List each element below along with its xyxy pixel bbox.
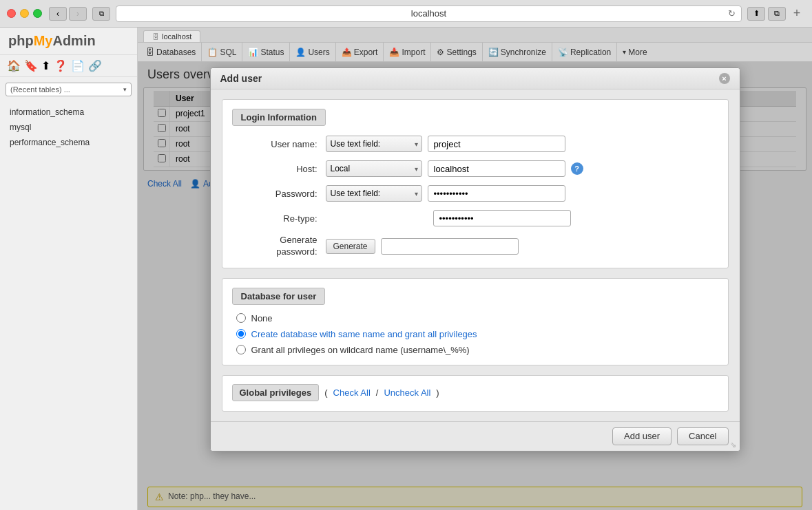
- username-type-select[interactable]: Use text field:: [326, 136, 422, 152]
- tab-replication[interactable]: 📡 Replication: [552, 43, 617, 61]
- tab-users[interactable]: 👤 Users: [290, 43, 335, 61]
- traffic-light-red[interactable]: [7, 9, 16, 18]
- help-icon[interactable]: ❓: [54, 59, 67, 72]
- share-btn[interactable]: ⬆: [747, 7, 765, 21]
- modal-body: Login Information User name: U: [211, 89, 740, 421]
- sidebar-item-mysql[interactable]: mysql: [0, 120, 137, 135]
- window-mode-btn[interactable]: ⧉: [92, 7, 110, 21]
- host-row: Host: Local ▾: [236, 160, 714, 177]
- retype-label: Re-type:: [236, 213, 326, 224]
- host-help-icon[interactable]: ?: [571, 162, 583, 175]
- tab-more[interactable]: ▾ More: [617, 43, 652, 61]
- home-icon[interactable]: 🏠: [7, 59, 21, 72]
- refresh-icon[interactable]: ↻: [728, 8, 736, 19]
- address-bar[interactable]: localhost ↻: [116, 6, 742, 22]
- settings-icon: ⚙: [437, 47, 444, 57]
- tab-export[interactable]: 📤 Export: [336, 43, 384, 61]
- check-all-link[interactable]: Check All: [333, 387, 371, 398]
- sidebar-logo: phpMyAdmin: [0, 28, 137, 55]
- chevron-down-icon: ▾: [123, 86, 127, 93]
- url-text: localhost: [411, 8, 446, 19]
- doc-icon[interactable]: 📄: [71, 59, 85, 72]
- main-content: 🗄 localhost 🗄 Databases 📋 SQL 📊 Status 👤…: [138, 28, 812, 510]
- password-input[interactable]: [428, 185, 565, 202]
- traffic-light-yellow[interactable]: [20, 9, 29, 18]
- generate-label: Generatepassword:: [236, 235, 326, 258]
- tab-import[interactable]: 📥 Import: [384, 43, 431, 61]
- nav-back-btn[interactable]: ‹: [49, 7, 67, 21]
- username-input[interactable]: [428, 136, 565, 152]
- password-type-select[interactable]: Use text field:: [326, 185, 422, 202]
- password-label: Password:: [236, 189, 326, 199]
- login-info-section: Login Information User name: U: [222, 99, 729, 268]
- status-icon: 📊: [248, 47, 258, 57]
- sync-icon: 🔄: [488, 47, 499, 57]
- upload-icon[interactable]: ⬆: [41, 59, 50, 72]
- import-icon: 📥: [389, 47, 399, 57]
- nav-forward-btn[interactable]: ›: [69, 7, 87, 21]
- radio-none-input[interactable]: [236, 313, 246, 323]
- traffic-lights: [7, 9, 42, 18]
- check-all-text: (: [324, 387, 327, 398]
- generate-password-row: Generatepassword: Generate: [236, 235, 714, 258]
- cancel-btn[interactable]: Cancel: [677, 427, 728, 445]
- add-user-btn[interactable]: Add user: [612, 427, 672, 445]
- traffic-light-green[interactable]: [33, 9, 42, 18]
- sql-icon: 📋: [207, 47, 218, 57]
- tab-databases[interactable]: 🗄 Databases: [140, 43, 202, 61]
- db-selector[interactable]: (Recent tables) ... ▾: [6, 83, 132, 96]
- bookmark-icon[interactable]: 🔖: [24, 59, 38, 72]
- app-container: phpMyAdmin 🏠 🔖 ⬆ ❓ 📄 🔗 (Recent tables) .…: [0, 28, 812, 510]
- logo-admin: Admin: [52, 33, 95, 48]
- new-tab-btn[interactable]: +: [789, 6, 805, 22]
- radio-wildcard[interactable]: Grant all privileges on wildcard name (u…: [236, 345, 714, 355]
- more-icon: ▾: [623, 48, 626, 56]
- username-label: User name:: [236, 139, 326, 149]
- tab-status[interactable]: 📊 Status: [242, 43, 290, 61]
- tab-db-icon: 🗄: [152, 33, 159, 41]
- radio-create-db[interactable]: Create database with same name and grant…: [236, 329, 714, 339]
- window-btn[interactable]: ⧉: [768, 7, 786, 21]
- radio-wildcard-input[interactable]: [236, 345, 246, 354]
- tab-synchronize[interactable]: 🔄 Synchronize: [483, 43, 552, 61]
- tab-settings[interactable]: ⚙ Settings: [431, 43, 482, 61]
- username-row: User name: Use text field: ▾: [236, 136, 714, 152]
- sidebar-item-performance-schema[interactable]: performance_schema: [0, 135, 137, 150]
- replication-icon: 📡: [558, 47, 568, 57]
- logo-php: php: [8, 33, 34, 48]
- modal-close-btn[interactable]: ×: [719, 73, 730, 84]
- sidebar-nav: information_schema mysql performance_sch…: [0, 102, 137, 510]
- global-privileges-section: Global privileges ( Check All / Uncheck …: [222, 375, 729, 412]
- tab-sql[interactable]: 📋 SQL: [202, 43, 242, 61]
- resize-handle[interactable]: ⇘: [730, 441, 738, 449]
- page-area: Users overview User Host project1 l...: [138, 62, 812, 510]
- users-icon: 👤: [295, 47, 306, 57]
- browser-tab-bar: 🗄 localhost: [138, 28, 812, 43]
- uncheck-all-link[interactable]: Uncheck All: [384, 387, 430, 398]
- generated-password-input[interactable]: [381, 238, 519, 255]
- password-row: Password: Use text field: ▾: [236, 185, 714, 202]
- link-icon[interactable]: 🔗: [88, 59, 102, 72]
- separator: /: [376, 387, 379, 398]
- browser-chrome: ‹ › ⧉ localhost ↻ ⬆ ⧉ +: [0, 0, 812, 28]
- modal-overlay: Add user × Login Information: [138, 62, 812, 510]
- generate-btn[interactable]: Generate: [326, 239, 375, 254]
- modal-title: Add user: [220, 73, 262, 84]
- topnav: 🗄 Databases 📋 SQL 📊 Status 👤 Users 📤 Exp…: [138, 43, 812, 62]
- host-input[interactable]: [428, 160, 565, 177]
- global-privileges-header: Global privileges: [232, 384, 320, 401]
- radio-create-db-input[interactable]: [236, 329, 246, 339]
- browser-tab-localhost[interactable]: 🗄 localhost: [143, 30, 200, 42]
- host-type-select[interactable]: Local: [326, 160, 422, 177]
- retype-input[interactable]: [433, 210, 571, 226]
- radio-group: None Create database with same name and …: [222, 305, 728, 355]
- close-paren: ): [436, 387, 439, 398]
- retype-row: Re-type:: [236, 210, 714, 226]
- modal-header: Add user ×: [211, 68, 740, 89]
- sidebar-item-information-schema[interactable]: information_schema: [0, 105, 137, 120]
- databases-icon: 🗄: [146, 47, 154, 57]
- radio-none[interactable]: None: [236, 313, 714, 323]
- database-for-user-section: Database for user None Create database w…: [222, 278, 729, 365]
- host-label: Host:: [236, 164, 326, 174]
- modal-footer: Add user Cancel: [211, 421, 740, 451]
